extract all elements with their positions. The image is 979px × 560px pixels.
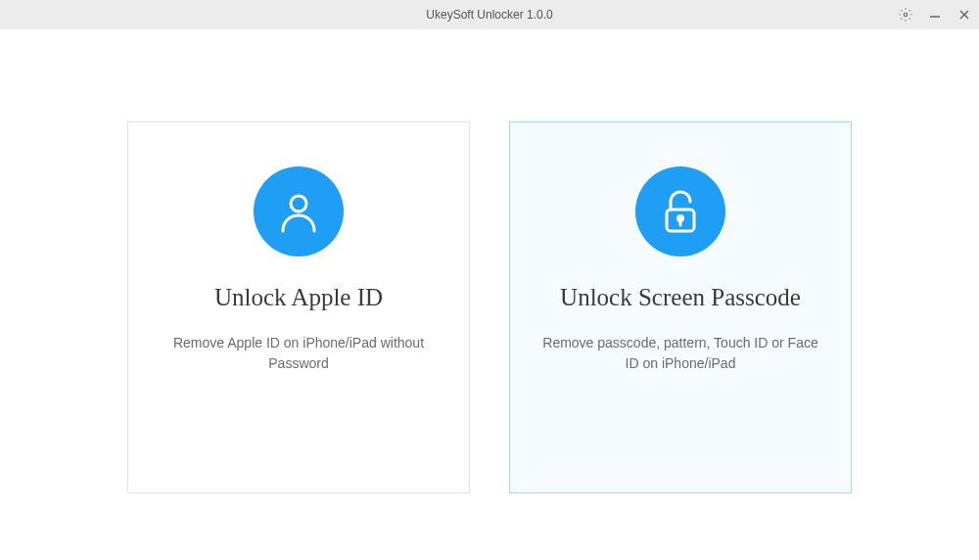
apple-id-title: Unlock Apple ID (214, 284, 383, 311)
unlock-icon (657, 188, 704, 235)
titlebar-controls (891, 0, 979, 29)
unlock-screen-passcode-card[interactable]: Unlock Screen Passcode Remove passcode, … (509, 121, 852, 493)
close-icon (958, 9, 970, 21)
svg-point-4 (291, 196, 306, 211)
gear-icon (899, 8, 912, 22)
person-icon (275, 188, 322, 235)
minimize-button[interactable] (920, 0, 950, 29)
main-content: Unlock Apple ID Remove Apple ID on iPhon… (0, 29, 979, 493)
minimize-icon (929, 9, 941, 21)
apple-id-icon-circle (254, 166, 344, 257)
screen-passcode-description: Remove passcode, pattern, Touch ID or Fa… (510, 333, 851, 374)
close-button[interactable] (950, 0, 979, 29)
settings-button[interactable] (891, 0, 920, 29)
window-title: UkeySoft Unlocker 1.0.0 (426, 8, 552, 22)
screen-passcode-title: Unlock Screen Passcode (560, 284, 801, 311)
titlebar: UkeySoft Unlocker 1.0.0 (0, 0, 979, 29)
apple-id-description: Remove Apple ID on iPhone/iPad without P… (128, 333, 469, 374)
svg-point-0 (904, 13, 908, 17)
unlock-apple-id-card[interactable]: Unlock Apple ID Remove Apple ID on iPhon… (127, 121, 470, 493)
screen-passcode-icon-circle (635, 166, 725, 257)
